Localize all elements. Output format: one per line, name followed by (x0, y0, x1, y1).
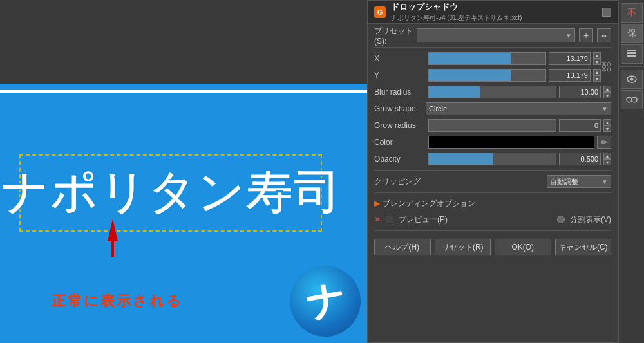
preset-row: プリセット(S): ▼ + ▪▪ (374, 28, 611, 43)
xy-rows: X 13.179 ▲ ▼ Y (374, 51, 601, 82)
blur-value[interactable]: 10.00 (559, 86, 601, 98)
y-spinner-down[interactable]: ▼ (593, 75, 601, 82)
opacity-slider[interactable] (428, 153, 556, 165)
divider-2 (374, 170, 611, 171)
button-row: ヘルプ(H) リセット(R) OK(O) キャンセル(C) (374, 235, 611, 258)
dialog-title: ドロップシャドウ (391, 1, 522, 13)
blur-slider-fill (429, 86, 480, 98)
blur-spinner-down[interactable]: ▼ (603, 92, 611, 98)
x-spinner-down[interactable]: ▼ (593, 59, 601, 65)
drop-shadow-dialog: G ドロップシャドウ ナポリタン寿司-54 (01.左テキストサムネ.xcf) … (367, 0, 618, 343)
grow-shape-value: Circle (429, 105, 601, 113)
globe-char: ナ (301, 272, 349, 330)
chain-link-icon: ⛓ (602, 51, 611, 82)
color-swatch[interactable] (428, 136, 594, 149)
clipping-label: クリッピング (374, 176, 426, 187)
canvas-text-container: ナポリタン寿司 (19, 154, 322, 232)
split-checkbox[interactable] (557, 216, 565, 223)
opacity-value[interactable]: 0.500 (559, 153, 601, 165)
far-right-panel: 不 保 (618, 0, 644, 343)
blur-label: Blur radius (374, 88, 426, 97)
opacity-label: Opacity (374, 154, 426, 163)
far-right-btn-2[interactable]: 保 (621, 24, 643, 43)
preset-add-btn[interactable]: + (579, 28, 593, 42)
svg-rect-2 (627, 52, 636, 54)
split-label: 分割表示(V) (570, 214, 611, 225)
dialog-controls (602, 8, 611, 17)
svg-rect-1 (627, 55, 636, 57)
clipping-value: 自動調整 (550, 177, 601, 187)
blur-spinner: ▲ ▼ (603, 86, 611, 98)
help-button[interactable]: ヘルプ(H) (374, 239, 431, 255)
globe-logo: ナ (290, 266, 361, 337)
layers-icon (626, 48, 638, 60)
dialog-minimize-btn[interactable] (602, 8, 611, 17)
svg-marker-0 (108, 219, 118, 257)
red-arrow (100, 219, 126, 257)
canvas-area: ナポリタン寿司 正常に表示される ナ (0, 0, 367, 343)
opacity-spinner: ▲ ▼ (603, 153, 611, 165)
clipping-arrow-icon: ▼ (601, 178, 608, 185)
y-slider-fill (429, 70, 511, 81)
x-label: X (374, 54, 426, 63)
divider-3 (374, 192, 611, 193)
eye-icon (626, 73, 638, 85)
grow-radius-value[interactable]: 0 (559, 119, 601, 132)
xy-group: X 13.179 ▲ ▼ Y (374, 51, 611, 82)
divider-4 (374, 230, 611, 231)
preview-x-btn[interactable]: ✕ (374, 215, 381, 224)
param-y-row: Y 13.179 ▲ ▼ (374, 68, 601, 82)
grow-radius-down[interactable]: ▼ (603, 125, 611, 132)
x-spinner-up[interactable]: ▲ (593, 52, 601, 59)
dialog-body: プリセット(S): ▼ + ▪▪ X 13.179 (368, 24, 618, 342)
canvas-background (0, 0, 367, 90)
opacity-up[interactable]: ▲ (603, 153, 611, 159)
clipping-dropdown[interactable]: 自動調整 ▼ (547, 175, 611, 188)
preset-dropdown-arrow: ▼ (565, 32, 572, 39)
grow-radius-spinner: ▲ ▼ (603, 119, 611, 132)
grow-radius-slider[interactable] (428, 119, 556, 132)
svg-rect-3 (627, 50, 636, 51)
grow-radius-label: Grow radius (374, 121, 426, 130)
svg-point-5 (630, 78, 633, 81)
y-slider[interactable] (428, 69, 546, 82)
x-value[interactable]: 13.179 (549, 52, 591, 65)
preset-dropdown[interactable]: ▼ (417, 28, 575, 42)
blend-options-row[interactable]: ▶ ブレンディングオプション (374, 197, 611, 210)
eyedropper-btn[interactable]: ✏ (597, 136, 611, 149)
svg-point-7 (632, 97, 637, 102)
link-icon (626, 94, 638, 106)
y-spinner-up[interactable]: ▲ (593, 69, 601, 75)
far-right-btn-5[interactable] (621, 90, 643, 109)
dialog-titlebar: G ドロップシャドウ ナポリタン寿司-54 (01.左テキストサムネ.xcf) (368, 1, 618, 24)
svg-point-6 (627, 97, 632, 102)
x-spinner: ▲ ▼ (593, 52, 601, 65)
far-right-btn-1[interactable]: 不 (621, 3, 643, 23)
grow-radius-row: Grow radius 0 ▲ ▼ (374, 118, 611, 133)
preview-label: プレビュー(P) (399, 214, 552, 225)
grow-radius-up[interactable]: ▲ (603, 119, 611, 125)
param-x-row: X 13.179 ▲ ▼ (374, 51, 601, 66)
color-row: Color ✏ (374, 135, 611, 149)
canvas-sub-text: 正常に表示される (52, 292, 183, 311)
y-value[interactable]: 13.179 (549, 69, 591, 82)
preview-row: ✕ プレビュー(P) 分割表示(V) (374, 212, 611, 227)
far-right-btn-3[interactable] (621, 44, 643, 64)
cancel-button[interactable]: キャンセル(C) (555, 239, 612, 255)
opacity-down[interactable]: ▼ (603, 159, 611, 165)
dialog-subtitle: ナポリタン寿司-54 (01.左テキストサムネ.xcf) (391, 14, 522, 23)
blur-spinner-up[interactable]: ▲ (603, 86, 611, 92)
right-panel: G ドロップシャドウ ナポリタン寿司-54 (01.左テキストサムネ.xcf) … (367, 0, 644, 343)
far-right-btn-4[interactable] (621, 70, 643, 89)
preset-more-btn[interactable]: ▪▪ (597, 28, 611, 42)
grow-shape-dropdown[interactable]: Circle ▼ (426, 102, 611, 115)
opacity-row: Opacity 0.500 ▲ ▼ (374, 152, 611, 166)
blend-label: ブレンディングオプション (383, 198, 475, 209)
grow-shape-arrow-icon: ▼ (601, 106, 608, 113)
reset-button[interactable]: リセット(R) (435, 239, 491, 255)
x-slider[interactable] (428, 52, 546, 65)
ok-button[interactable]: OK(O) (495, 239, 551, 255)
blur-slider[interactable] (428, 86, 556, 98)
y-label: Y (374, 71, 426, 80)
preview-checkbox[interactable] (386, 216, 393, 223)
